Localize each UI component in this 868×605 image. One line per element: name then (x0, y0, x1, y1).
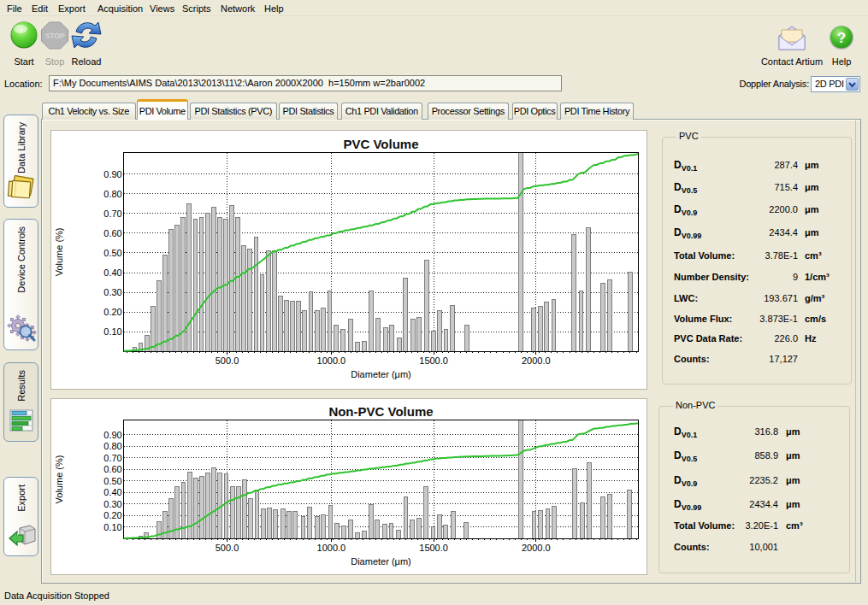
svg-text:2000.0: 2000.0 (522, 355, 551, 366)
svg-text:500.0: 500.0 (216, 355, 239, 366)
svg-text:0.70: 0.70 (103, 209, 121, 219)
svg-text:Diameter (μm): Diameter (μm) (351, 369, 411, 379)
svg-text:0.30: 0.30 (103, 287, 121, 297)
svg-text:0.60: 0.60 (103, 464, 121, 474)
svg-text:0.50: 0.50 (103, 476, 121, 486)
svg-text:PVC Volume: PVC Volume (343, 137, 418, 151)
svg-text:Volume (%): Volume (%) (54, 455, 64, 504)
svg-text:0.70: 0.70 (103, 453, 121, 463)
svg-text:0.80: 0.80 (103, 441, 121, 451)
svg-text:Device Controls: Device Controls (16, 226, 27, 293)
svg-text:0.90: 0.90 (103, 430, 121, 440)
svg-text:0.50: 0.50 (103, 248, 121, 258)
svg-text:1000.0: 1000.0 (317, 543, 346, 553)
svg-text:Data Library: Data Library (16, 122, 27, 173)
svg-text:Export: Export (16, 485, 27, 512)
svg-text:500.0: 500.0 (216, 543, 239, 553)
svg-text:0.20: 0.20 (103, 307, 121, 317)
svg-text:1000.0: 1000.0 (317, 355, 346, 366)
svg-text:0.20: 0.20 (103, 510, 121, 520)
svg-text:0.10: 0.10 (103, 326, 121, 337)
svg-text:Results: Results (16, 370, 27, 402)
svg-text:0.60: 0.60 (103, 228, 121, 238)
svg-text:1500.0: 1500.0 (419, 355, 448, 366)
svg-text:0.40: 0.40 (103, 267, 121, 278)
svg-text:2000.0: 2000.0 (522, 543, 551, 553)
svg-text:0.80: 0.80 (103, 189, 121, 199)
svg-text:0.10: 0.10 (103, 522, 121, 532)
svg-text:STOP: STOP (45, 32, 65, 40)
svg-text:0.40: 0.40 (103, 487, 121, 497)
svg-text:0.30: 0.30 (103, 499, 121, 509)
svg-text:1500.0: 1500.0 (419, 543, 448, 553)
svg-text:Volume (%): Volume (%) (54, 227, 64, 276)
svg-text:Diameter (μm): Diameter (μm) (351, 556, 411, 567)
svg-text:0.90: 0.90 (103, 169, 121, 179)
svg-text:?: ? (837, 30, 846, 46)
svg-text:Non-PVC Volume: Non-PVC Volume (328, 404, 433, 419)
